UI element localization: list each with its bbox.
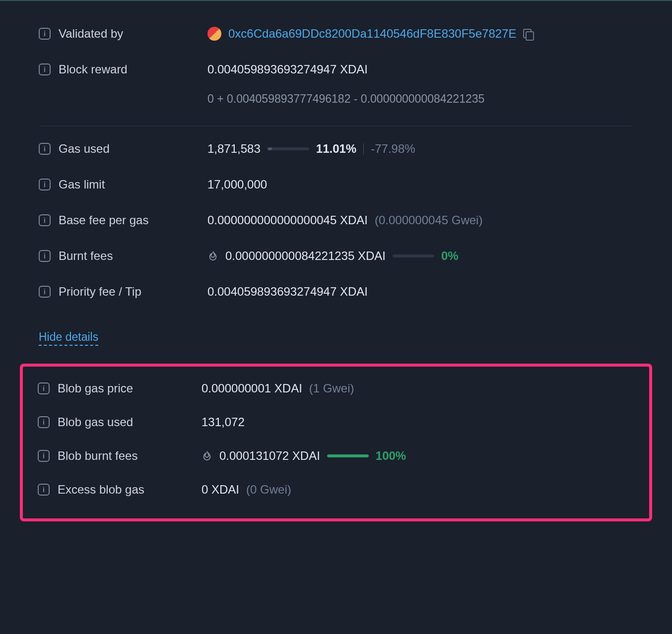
flame-icon <box>202 449 212 462</box>
base-fee-value: 0.000000000000000045 XDAI <box>207 213 368 227</box>
row-blob-burnt-fees: i Blob burnt fees 0.000131072 XDAI 100% <box>38 439 634 473</box>
burnt-fees-percent: 0% <box>441 249 459 263</box>
priority-fee-value: 0.004059893693274947 XDAI <box>207 285 368 299</box>
info-icon[interactable]: i <box>38 484 50 496</box>
block-reward-value: 0.004059893693274947 XDAI <box>207 63 368 76</box>
blob-gas-price-value: 0.000000001 XDAI <box>202 381 302 395</box>
row-burnt-fees: i Burnt fees 0.000000000084221235 XDAI 0… <box>39 238 633 274</box>
info-icon[interactable]: i <box>38 382 50 394</box>
row-base-fee: i Base fee per gas 0.000000000000000045 … <box>39 202 633 238</box>
burnt-fees-value: 0.000000000084221235 XDAI <box>225 249 386 263</box>
gas-limit-value: 17,000,000 <box>207 178 267 191</box>
gas-used-delta: -77.98% <box>371 142 415 156</box>
blob-gas-price-gwei: (1 Gwei) <box>309 381 354 395</box>
label-gas-used: Gas used <box>59 142 110 156</box>
flame-icon <box>207 250 218 262</box>
label-blob-gas-price: Blob gas price <box>58 381 133 395</box>
info-icon[interactable]: i <box>39 143 51 155</box>
row-block-reward: i Block reward 0.004059893693274947 XDAI… <box>39 52 633 117</box>
validator-address-link[interactable]: 0xc6Cda6a69DDc8200Da1140546dF8E830F5e782… <box>228 27 516 41</box>
info-icon[interactable]: i <box>39 63 51 75</box>
blob-details-highlight: i Blob gas price 0.000000001 XDAI (1 Gwe… <box>20 364 652 521</box>
base-fee-gwei: (0.000000045 Gwei) <box>375 213 482 227</box>
label-burnt-fees: Burnt fees <box>59 249 113 263</box>
gas-used-percent: 11.01% <box>316 142 356 156</box>
label-validated-by: Validated by <box>59 27 123 41</box>
excess-blob-gas-gwei: (0 Gwei) <box>246 483 291 497</box>
row-gas-limit: i Gas limit 17,000,000 <box>39 167 633 202</box>
info-icon[interactable]: i <box>39 286 51 298</box>
label-excess-blob-gas: Excess blob gas <box>58 483 144 497</box>
hide-details-link[interactable]: Hide details <box>39 330 98 346</box>
blob-burnt-fees-percent: 100% <box>376 449 406 463</box>
info-icon[interactable]: i <box>39 179 51 190</box>
row-blob-gas-used: i Blob gas used 131,072 <box>38 405 634 439</box>
row-priority-fee: i Priority fee / Tip 0.00405989369327494… <box>39 274 633 310</box>
gas-used-progress <box>268 147 309 150</box>
blob-burnt-fees-value: 0.000131072 XDAI <box>219 449 320 463</box>
excess-blob-gas-value: 0 XDAI <box>202 483 239 497</box>
label-base-fee: Base fee per gas <box>59 213 148 227</box>
label-block-reward: Block reward <box>59 63 128 76</box>
gas-used-value: 1,871,583 <box>207 142 261 156</box>
block-reward-breakdown: 0 + 0.004059893777496182 - 0.00000000008… <box>207 92 484 106</box>
row-excess-blob-gas: i Excess blob gas 0 XDAI (0 Gwei) <box>38 473 634 507</box>
copy-icon[interactable] <box>523 29 533 39</box>
row-blob-gas-price: i Blob gas price 0.000000001 XDAI (1 Gwe… <box>38 372 634 405</box>
burnt-fees-progress <box>393 254 434 257</box>
info-icon[interactable]: i <box>39 214 51 226</box>
row-gas-used: i Gas used 1,871,583 11.01% -77.98% <box>39 131 633 167</box>
row-validated-by: i Validated by 0xc6Cda6a69DDc8200Da11405… <box>39 16 633 52</box>
info-icon[interactable]: i <box>38 450 50 462</box>
validator-logo-icon <box>207 27 221 41</box>
info-icon[interactable]: i <box>39 28 51 40</box>
section-divider <box>39 126 633 126</box>
vertical-divider <box>363 143 364 154</box>
label-blob-gas-used: Blob gas used <box>58 415 133 429</box>
info-icon[interactable]: i <box>39 250 51 262</box>
blob-burnt-fees-progress <box>327 454 369 457</box>
info-icon[interactable]: i <box>38 416 50 428</box>
blob-gas-used-value: 131,072 <box>202 415 245 429</box>
label-gas-limit: Gas limit <box>59 178 105 191</box>
label-priority-fee: Priority fee / Tip <box>59 285 141 299</box>
label-blob-burnt-fees: Blob burnt fees <box>58 449 137 463</box>
